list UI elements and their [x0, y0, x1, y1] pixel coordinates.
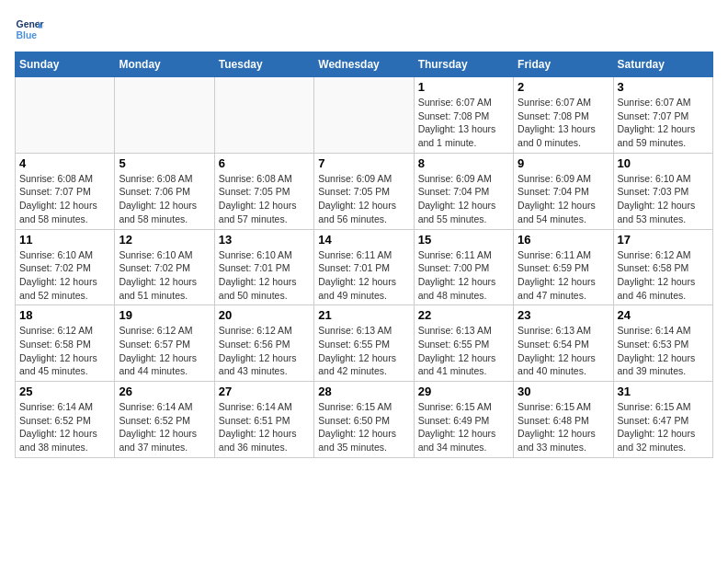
day-cell: 31Sunrise: 6:15 AM Sunset: 6:47 PM Dayli…: [613, 382, 712, 458]
day-number: 24: [618, 308, 709, 322]
day-cell: 10Sunrise: 6:10 AM Sunset: 7:03 PM Dayli…: [613, 153, 712, 229]
day-number: 2: [518, 80, 609, 94]
day-cell: 16Sunrise: 6:11 AM Sunset: 6:59 PM Dayli…: [514, 229, 613, 305]
day-cell: 13Sunrise: 6:10 AM Sunset: 7:01 PM Dayli…: [214, 229, 313, 305]
day-number: 12: [119, 233, 210, 247]
day-info: Sunrise: 6:14 AM Sunset: 6:53 PM Dayligh…: [618, 324, 709, 378]
weekday-header-tuesday: Tuesday: [214, 52, 313, 77]
day-cell: 14Sunrise: 6:11 AM Sunset: 7:01 PM Dayli…: [314, 229, 414, 305]
day-cell: 12Sunrise: 6:10 AM Sunset: 7:02 PM Dayli…: [115, 229, 214, 305]
day-info: Sunrise: 6:11 AM Sunset: 6:59 PM Dayligh…: [518, 248, 609, 303]
day-cell: [214, 77, 313, 154]
day-info: Sunrise: 6:15 AM Sunset: 6:50 PM Dayligh…: [318, 400, 409, 454]
day-info: Sunrise: 6:12 AM Sunset: 6:58 PM Dayligh…: [618, 248, 709, 303]
day-cell: 27Sunrise: 6:14 AM Sunset: 6:51 PM Dayli…: [214, 382, 313, 458]
day-info: Sunrise: 6:08 AM Sunset: 7:05 PM Dayligh…: [219, 172, 310, 226]
day-cell: 11Sunrise: 6:10 AM Sunset: 7:02 PM Dayli…: [16, 229, 115, 305]
day-info: Sunrise: 6:09 AM Sunset: 7:05 PM Dayligh…: [318, 172, 409, 226]
day-number: 13: [219, 233, 310, 247]
day-cell: 7Sunrise: 6:09 AM Sunset: 7:05 PM Daylig…: [314, 153, 414, 229]
day-number: 8: [418, 156, 509, 170]
day-number: 5: [119, 156, 210, 170]
day-cell: 28Sunrise: 6:15 AM Sunset: 6:50 PM Dayli…: [314, 382, 414, 458]
day-number: 6: [219, 156, 310, 170]
day-info: Sunrise: 6:13 AM Sunset: 6:55 PM Dayligh…: [418, 324, 509, 378]
week-row-2: 4Sunrise: 6:08 AM Sunset: 7:07 PM Daylig…: [16, 153, 713, 229]
day-cell: 29Sunrise: 6:15 AM Sunset: 6:49 PM Dayli…: [414, 382, 513, 458]
day-cell: 18Sunrise: 6:12 AM Sunset: 6:58 PM Dayli…: [16, 305, 115, 382]
day-cell: 2Sunrise: 6:07 AM Sunset: 7:08 PM Daylig…: [514, 77, 613, 154]
day-cell: 25Sunrise: 6:14 AM Sunset: 6:52 PM Dayli…: [16, 382, 115, 458]
day-info: Sunrise: 6:07 AM Sunset: 7:07 PM Dayligh…: [618, 96, 709, 150]
day-number: 7: [318, 156, 409, 170]
day-info: Sunrise: 6:13 AM Sunset: 6:55 PM Dayligh…: [318, 324, 409, 378]
day-number: 16: [518, 233, 609, 247]
day-cell: 17Sunrise: 6:12 AM Sunset: 6:58 PM Dayli…: [613, 229, 712, 305]
day-cell: 24Sunrise: 6:14 AM Sunset: 6:53 PM Dayli…: [613, 305, 712, 382]
day-cell: 23Sunrise: 6:13 AM Sunset: 6:54 PM Dayli…: [514, 305, 613, 382]
day-info: Sunrise: 6:08 AM Sunset: 7:07 PM Dayligh…: [19, 172, 110, 226]
day-info: Sunrise: 6:09 AM Sunset: 7:04 PM Dayligh…: [518, 172, 609, 226]
day-info: Sunrise: 6:10 AM Sunset: 7:02 PM Dayligh…: [19, 248, 110, 303]
day-cell: 1Sunrise: 6:07 AM Sunset: 7:08 PM Daylig…: [414, 77, 513, 154]
day-info: Sunrise: 6:07 AM Sunset: 7:08 PM Dayligh…: [518, 96, 609, 150]
day-cell: 5Sunrise: 6:08 AM Sunset: 7:06 PM Daylig…: [115, 153, 214, 229]
day-number: 14: [318, 233, 409, 247]
day-number: 30: [518, 385, 609, 398]
day-info: Sunrise: 6:15 AM Sunset: 6:47 PM Dayligh…: [618, 400, 709, 454]
day-number: 31: [618, 385, 709, 398]
day-cell: 9Sunrise: 6:09 AM Sunset: 7:04 PM Daylig…: [514, 153, 613, 229]
day-info: Sunrise: 6:10 AM Sunset: 7:03 PM Dayligh…: [618, 172, 709, 226]
day-number: 20: [219, 308, 310, 322]
day-number: 1: [418, 80, 509, 94]
day-number: 21: [318, 308, 409, 322]
day-cell: 26Sunrise: 6:14 AM Sunset: 6:52 PM Dayli…: [115, 382, 214, 458]
day-number: 9: [518, 156, 609, 170]
day-number: 29: [418, 385, 509, 398]
day-number: 18: [19, 308, 110, 322]
weekday-header-thursday: Thursday: [414, 52, 513, 77]
day-number: 4: [19, 156, 110, 170]
logo: General Blue: [15, 15, 44, 44]
weekday-header-saturday: Saturday: [613, 52, 712, 77]
weekday-header-friday: Friday: [514, 52, 613, 77]
day-info: Sunrise: 6:14 AM Sunset: 6:52 PM Dayligh…: [119, 400, 210, 454]
page-header: General Blue: [15, 15, 713, 44]
day-info: Sunrise: 6:15 AM Sunset: 6:48 PM Dayligh…: [518, 400, 609, 454]
day-number: 15: [418, 233, 509, 247]
day-cell: 19Sunrise: 6:12 AM Sunset: 6:57 PM Dayli…: [115, 305, 214, 382]
day-number: 23: [518, 308, 609, 322]
weekday-header-monday: Monday: [115, 52, 214, 77]
weekday-header-sunday: Sunday: [16, 52, 115, 77]
day-cell: 15Sunrise: 6:11 AM Sunset: 7:00 PM Dayli…: [414, 229, 513, 305]
day-info: Sunrise: 6:10 AM Sunset: 7:01 PM Dayligh…: [219, 248, 310, 303]
day-info: Sunrise: 6:15 AM Sunset: 6:49 PM Dayligh…: [418, 400, 509, 454]
week-row-4: 18Sunrise: 6:12 AM Sunset: 6:58 PM Dayli…: [16, 305, 713, 382]
day-info: Sunrise: 6:12 AM Sunset: 6:56 PM Dayligh…: [219, 324, 310, 378]
day-cell: 3Sunrise: 6:07 AM Sunset: 7:07 PM Daylig…: [613, 77, 712, 154]
day-info: Sunrise: 6:12 AM Sunset: 6:57 PM Dayligh…: [119, 324, 210, 378]
day-cell: 6Sunrise: 6:08 AM Sunset: 7:05 PM Daylig…: [214, 153, 313, 229]
day-number: 11: [19, 233, 110, 247]
weekday-header-wednesday: Wednesday: [314, 52, 414, 77]
logo-icon: General Blue: [15, 15, 44, 44]
day-info: Sunrise: 6:13 AM Sunset: 6:54 PM Dayligh…: [518, 324, 609, 378]
day-info: Sunrise: 6:14 AM Sunset: 6:52 PM Dayligh…: [19, 400, 110, 454]
week-row-3: 11Sunrise: 6:10 AM Sunset: 7:02 PM Dayli…: [16, 229, 713, 305]
week-row-1: 1Sunrise: 6:07 AM Sunset: 7:08 PM Daylig…: [16, 77, 713, 154]
day-number: 28: [318, 385, 409, 398]
week-row-5: 25Sunrise: 6:14 AM Sunset: 6:52 PM Dayli…: [16, 382, 713, 458]
day-number: 27: [219, 385, 310, 398]
day-number: 25: [19, 385, 110, 398]
day-info: Sunrise: 6:14 AM Sunset: 6:51 PM Dayligh…: [219, 400, 310, 454]
day-info: Sunrise: 6:11 AM Sunset: 7:01 PM Dayligh…: [318, 248, 409, 303]
day-number: 3: [618, 80, 709, 94]
day-number: 10: [618, 156, 709, 170]
day-cell: [314, 77, 414, 154]
day-number: 22: [418, 308, 509, 322]
day-cell: [16, 77, 115, 154]
day-cell: 4Sunrise: 6:08 AM Sunset: 7:07 PM Daylig…: [16, 153, 115, 229]
day-cell: 20Sunrise: 6:12 AM Sunset: 6:56 PM Dayli…: [214, 305, 313, 382]
svg-text:Blue: Blue: [17, 30, 38, 40]
day-number: 17: [618, 233, 709, 247]
